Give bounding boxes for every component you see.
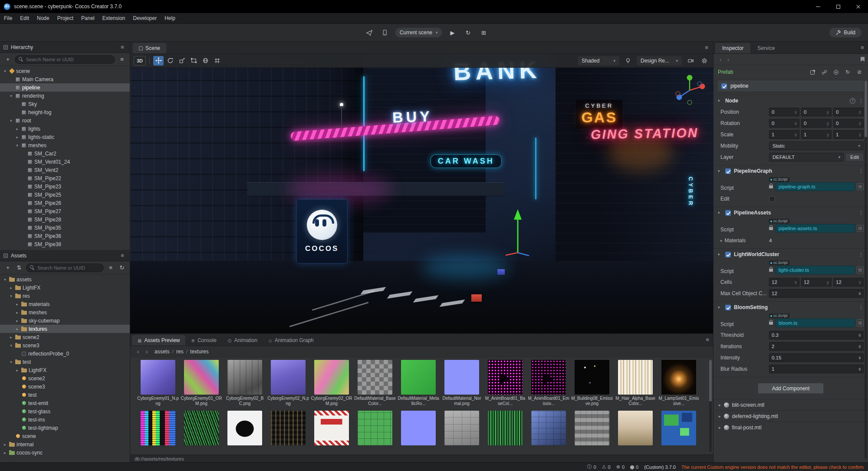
assets-list-mode-icon[interactable]: ≡	[106, 263, 115, 272]
select-asset-icon[interactable]	[857, 225, 864, 232]
assets-item-test[interactable]: test	[0, 391, 130, 399]
hierarchy-item-scene[interactable]: ▾scene	[0, 67, 130, 75]
asset-thumb-cyborgenemy02-n-png[interactable]: CyborgEnemy02_N.png	[266, 360, 310, 406]
asset-thumb[interactable]	[266, 411, 310, 445]
breadcrumb-textures[interactable]: textures	[190, 349, 209, 355]
select-asset-icon[interactable]	[857, 183, 864, 190]
section-menu-icon[interactable]: ⋮	[858, 210, 864, 216]
forward-button[interactable]: ›	[143, 348, 150, 355]
info-count[interactable]: ⓘ0	[587, 464, 596, 470]
assets-item-sky-cubemap[interactable]: ▸sky-cubemap	[0, 316, 130, 325]
move-tool[interactable]	[153, 56, 164, 66]
hierarchy-item-root[interactable]: ▾root	[0, 116, 130, 125]
hierarchy-item-sm-pipe22[interactable]: SM_Pipe22	[0, 174, 130, 182]
hierarchy-item-rendering[interactable]: ▾rendering	[0, 92, 130, 100]
vector-field-x[interactable]: 1x	[769, 130, 799, 139]
vector-field-z[interactable]: 1z	[833, 130, 864, 139]
rect-tool[interactable]	[188, 56, 199, 66]
hierarchy-item-sm-pipe23[interactable]: SM_Pipe23	[0, 182, 130, 191]
menu-edit[interactable]: Edit	[16, 13, 33, 23]
assets-item-meshes[interactable]: ▸meshes	[0, 308, 130, 316]
preview-send-icon[interactable]	[364, 27, 375, 38]
asset-thumb-defaultmaterial-basecolor[interactable]: DefaultMaterial_BaseColor...	[353, 360, 397, 406]
assets-item-test-lightmap[interactable]: test-lightmap	[0, 424, 130, 432]
expand-arrow-icon[interactable]: ▾	[3, 69, 7, 73]
asset-thumb-m-building08-emissive-png[interactable]: M_Building08_Emissive.png	[570, 360, 614, 406]
expand-arrow-icon[interactable]: ▸	[15, 368, 20, 372]
asset-thumb-cyborgenemy01-orm-png[interactable]: CyborgEnemy01_ORM.png	[180, 360, 223, 406]
pin-icon[interactable]	[861, 57, 865, 62]
camera-icon[interactable]	[685, 56, 696, 66]
vector-field-y[interactable]: 0y	[801, 108, 832, 116]
expand-arrow-icon[interactable]: ▾	[9, 94, 13, 98]
warning-count[interactable]: ⚠0	[602, 464, 611, 470]
edit-layer-button[interactable]: Edit	[845, 153, 864, 161]
menu-panel[interactable]: Panel	[77, 13, 99, 23]
snap-tool[interactable]	[212, 56, 222, 66]
script-asset-field[interactable]: bloom.ts	[776, 319, 855, 327]
hierarchy-item-sm-vent01-24[interactable]: SM_Vent01_24	[0, 158, 130, 166]
shading-mode-select[interactable]: Shaded ▾	[578, 56, 619, 66]
inspector-menu-icon[interactable]: ≡	[858, 44, 866, 51]
asset-thumb[interactable]	[397, 411, 440, 445]
world-space-tool[interactable]	[200, 56, 210, 66]
dropdown-layer[interactable]: DEFAULT▾	[769, 153, 844, 161]
dropdown-mobility[interactable]: Static▾	[769, 142, 864, 150]
camera-preset-select[interactable]: Design Re... ▾	[637, 56, 682, 66]
hierarchy-item-sm-pipe38[interactable]: SM_Pipe38	[0, 240, 130, 248]
vector-field-z[interactable]: 0z	[833, 108, 864, 116]
hierarchy-item-sm-pipe27[interactable]: SM_Pipe27	[0, 207, 130, 215]
asset-thumb[interactable]	[136, 411, 180, 445]
hierarchy-search-input[interactable]	[26, 57, 111, 62]
device-select-icon[interactable]	[379, 27, 391, 38]
assets-item-res[interactable]: ▾res	[0, 292, 130, 300]
stepper-icon[interactable]	[858, 344, 861, 349]
node-active-checkbox[interactable]	[721, 83, 727, 89]
component-enabled-checkbox[interactable]	[725, 210, 731, 216]
scrollbar-thumb[interactable]	[709, 360, 712, 402]
asset-thumb-m-animboard01-basecol[interactable]: ▶M_AnimBoard01_BaseCol...	[483, 360, 527, 406]
expand-arrow-icon[interactable]: ▸	[3, 451, 7, 455]
vector-field-y[interactable]: 1y	[801, 130, 832, 139]
expand-arrow-icon[interactable]: ▸	[15, 310, 20, 315]
open-prefab-icon[interactable]	[808, 68, 817, 76]
hierarchy-search[interactable]	[15, 55, 115, 64]
close-button[interactable]	[848, 0, 868, 13]
number-field-iterations[interactable]: 2	[769, 342, 864, 351]
expand-arrow-icon[interactable]: ▾	[9, 294, 13, 298]
menu-help[interactable]: Help	[161, 13, 179, 23]
hierarchy-item-sm-pipe26[interactable]: SM_Pipe26	[0, 199, 130, 207]
select-asset-icon[interactable]	[857, 319, 864, 326]
asset-thumb-cyborgenemy01-n-png[interactable]: CyborgEnemy01_N.png	[136, 360, 180, 406]
light-toggle-icon[interactable]	[623, 56, 633, 66]
vector-field-x[interactable]: 0x	[769, 108, 799, 116]
maximize-button[interactable]	[828, 0, 848, 13]
notification-bell[interactable]: 0	[630, 464, 638, 470]
assets-item-materials[interactable]: ▸materials	[0, 300, 130, 308]
tab-console[interactable]: ≣Console	[185, 335, 222, 346]
inspector-back-icon[interactable]: ‹	[717, 56, 724, 63]
gear-icon[interactable]	[699, 56, 710, 66]
assets-item-textures[interactable]: ▸textures	[0, 325, 130, 333]
refresh-button[interactable]: ↻	[463, 27, 474, 38]
stepper-icon[interactable]	[858, 291, 861, 296]
asset-thumb-m-animboard01-emissiv[interactable]: ▶M_AnimBoard01_Emissiv...	[527, 360, 570, 406]
hierarchy-item-main-camera[interactable]: Main Camera	[0, 75, 130, 83]
script-asset-field[interactable]: pipeline-assets.ts	[776, 224, 855, 233]
asset-thumb-cyborgenemy02-orm-png[interactable]: CyborgEnemy02_ORM.png	[310, 360, 353, 406]
collapse-arrow-icon[interactable]: ▾	[718, 305, 722, 310]
add-component-button[interactable]: Add Component	[758, 383, 824, 394]
tab-scene[interactable]: Scene	[133, 43, 166, 53]
3d-mode-button[interactable]: 3D	[134, 56, 146, 66]
scene-select[interactable]: Current scene ▾	[395, 27, 443, 38]
section-menu-icon[interactable]: ⋮	[858, 168, 864, 174]
assets-item-lightfx[interactable]: ▸LightFX	[0, 283, 130, 292]
script-asset-field[interactable]: light-cluster.ts	[776, 266, 855, 274]
assets-item-scene3[interactable]: scene3	[0, 382, 130, 391]
assets-item-scene2[interactable]: ▸scene2	[0, 333, 130, 341]
back-button[interactable]: ‹	[135, 348, 141, 355]
expand-arrow-icon[interactable]: ▸	[15, 302, 20, 306]
assets-item-test-glass[interactable]: test-glass	[0, 407, 130, 415]
section-menu-icon[interactable]: ⋮	[858, 251, 864, 257]
asset-thumb-m-hair-alpha-basecolor[interactable]: M_Hair_Alpha_BaseColor...	[614, 360, 657, 406]
